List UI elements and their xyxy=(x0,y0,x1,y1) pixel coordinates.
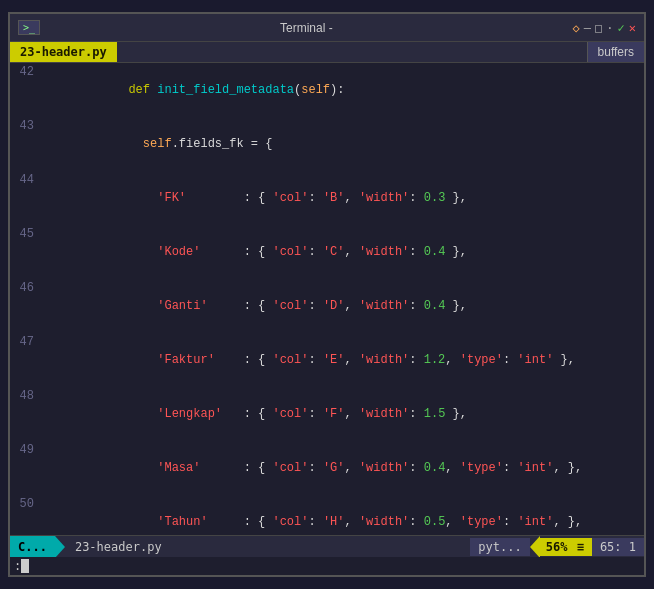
minimize-icon[interactable]: — xyxy=(584,21,591,35)
line-number: 42 xyxy=(10,63,42,117)
status-arrow2 xyxy=(530,536,540,558)
terminal-window: >_ Terminal - ◇ — □ · ✓ ✕ 23-header.py b… xyxy=(8,12,646,577)
status-filetype: pyt... xyxy=(470,538,529,556)
line-code: def init_field_metadata(self): xyxy=(42,63,344,117)
code-line: 48 'Lengkap' : { 'col': 'F', 'width': 1.… xyxy=(10,387,644,441)
status-bar: C... 23-header.py pyt... 56% ≡ 65: 1 xyxy=(10,535,644,557)
code-area: 42 def init_field_metadata(self): 43 sel… xyxy=(10,63,644,535)
check-icon[interactable]: ✓ xyxy=(618,21,625,35)
code-line: 44 'FK' : { 'col': 'B', 'width': 0.3 }, xyxy=(10,171,644,225)
status-mode: C... xyxy=(10,536,55,557)
line-code: 'Kode' : { 'col': 'C', 'width': 0.4 }, xyxy=(42,225,467,279)
code-line: 46 'Ganti' : { 'col': 'D', 'width': 0.4 … xyxy=(10,279,644,333)
line-code: 'Lengkap' : { 'col': 'F', 'width': 1.5 }… xyxy=(42,387,467,441)
line-code: self.fields_fk = { xyxy=(42,117,272,171)
line-number: 45 xyxy=(10,225,42,279)
file-tab[interactable]: 23-header.py xyxy=(10,42,117,62)
code-line: 42 def init_field_metadata(self): xyxy=(10,63,644,117)
cursor xyxy=(21,559,29,573)
line-code: 'Tahun' : { 'col': 'H', 'width': 0.5, 't… xyxy=(42,495,582,535)
status-percent: 56% ≡ xyxy=(540,538,592,556)
close-icon[interactable]: ✕ xyxy=(629,21,636,35)
line-number: 44 xyxy=(10,171,42,225)
title-bar-left: >_ xyxy=(18,20,40,35)
terminal-icon: >_ xyxy=(18,20,40,35)
code-line: 50 'Tahun' : { 'col': 'H', 'width': 0.5,… xyxy=(10,495,644,535)
status-position: 65: 1 xyxy=(592,538,644,556)
diamond-icon[interactable]: ◇ xyxy=(573,21,580,35)
code-line: 43 self.fields_fk = { xyxy=(10,117,644,171)
line-number: 48 xyxy=(10,387,42,441)
status-file: 23-header.py xyxy=(65,540,470,554)
line-code: 'Masa' : { 'col': 'G', 'width': 0.4, 'ty… xyxy=(42,441,582,495)
line-code: 'Faktur' : { 'col': 'E', 'width': 1.2, '… xyxy=(42,333,575,387)
code-content: 42 def init_field_metadata(self): 43 sel… xyxy=(10,63,644,535)
status-arrow1 xyxy=(55,536,65,558)
code-line: 45 'Kode' : { 'col': 'C', 'width': 0.4 }… xyxy=(10,225,644,279)
title-bar: >_ Terminal - ◇ — □ · ✓ ✕ xyxy=(10,14,644,42)
title-bar-title: Terminal - xyxy=(40,21,573,35)
command-line: : xyxy=(10,557,644,575)
line-number: 49 xyxy=(10,441,42,495)
line-code: 'Ganti' : { 'col': 'D', 'width': 0.4 }, xyxy=(42,279,467,333)
toolbar: 23-header.py buffers xyxy=(10,42,644,63)
line-number: 43 xyxy=(10,117,42,171)
line-number: 50 xyxy=(10,495,42,535)
title-bar-controls: ◇ — □ · ✓ ✕ xyxy=(573,21,636,35)
maximize-icon[interactable]: □ xyxy=(595,21,602,35)
code-line: 47 'Faktur' : { 'col': 'E', 'width': 1.2… xyxy=(10,333,644,387)
buffers-button[interactable]: buffers xyxy=(587,42,644,62)
line-number: 47 xyxy=(10,333,42,387)
code-line: 49 'Masa' : { 'col': 'G', 'width': 0.4, … xyxy=(10,441,644,495)
line-code: 'FK' : { 'col': 'B', 'width': 0.3 }, xyxy=(42,171,467,225)
line-number: 46 xyxy=(10,279,42,333)
cmd-prompt: : xyxy=(14,559,21,573)
dot-icon: · xyxy=(606,21,613,35)
